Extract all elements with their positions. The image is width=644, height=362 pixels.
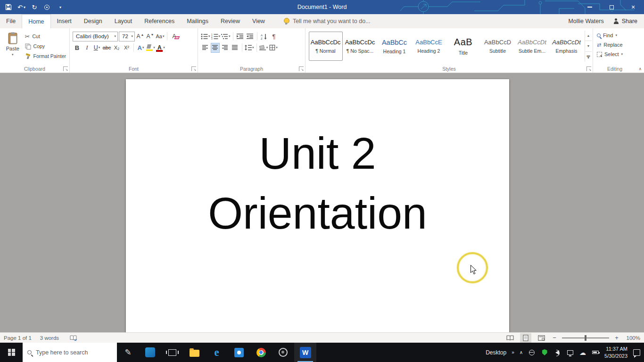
- taskbar-snip-pen-app[interactable]: ✎: [117, 343, 139, 362]
- tab-view[interactable]: View: [246, 14, 271, 28]
- maximize-button[interactable]: [601, 0, 622, 14]
- tab-layout[interactable]: Layout: [108, 14, 139, 28]
- read-mode-button[interactable]: [504, 333, 516, 343]
- desktop-toolbar-label[interactable]: Desktop: [486, 349, 506, 356]
- tab-design[interactable]: Design: [78, 14, 108, 28]
- signed-in-user[interactable]: Mollie Waters: [568, 18, 603, 25]
- underline-button[interactable]: U▾: [92, 43, 101, 53]
- zoom-level[interactable]: 100%: [624, 335, 640, 341]
- word-count[interactable]: 3 words: [40, 335, 59, 341]
- font-color-button[interactable]: A▾: [156, 43, 165, 53]
- bold-button[interactable]: B: [73, 43, 82, 53]
- zoom-in-button[interactable]: +: [613, 334, 620, 341]
- tab-review[interactable]: Review: [215, 14, 246, 28]
- style-no-spacing[interactable]: AaBbCcDc ¶ No Spac...: [343, 32, 377, 61]
- style-normal[interactable]: AaBbCcDc ¶ Normal: [309, 32, 343, 61]
- taskbar-chrome[interactable]: [250, 343, 272, 362]
- close-button[interactable]: ×: [622, 0, 644, 14]
- customize-quick-access-icon[interactable]: ▾: [56, 2, 64, 12]
- align-right-button[interactable]: [221, 43, 230, 53]
- taskbar-edge[interactable]: e: [206, 343, 228, 362]
- shrink-font-button[interactable]: A▼: [146, 32, 155, 41]
- shading-button[interactable]: ▾: [259, 43, 268, 53]
- share-button[interactable]: Share: [613, 18, 637, 25]
- style-heading-1[interactable]: AaBbCc Heading 1: [378, 32, 412, 61]
- tab-insert[interactable]: Insert: [51, 14, 78, 28]
- taskbar-file-explorer[interactable]: [183, 343, 206, 362]
- collapse-ribbon-icon[interactable]: ∧: [638, 66, 642, 71]
- onedrive-cloud-icon[interactable]: ☁: [579, 349, 586, 356]
- bullets-button[interactable]: ▾: [201, 32, 210, 41]
- change-case-button[interactable]: Aa▾: [156, 32, 165, 41]
- network-globe-icon[interactable]: [528, 349, 536, 356]
- save-icon[interactable]: [5, 2, 12, 12]
- find-button[interactable]: Find ▾: [597, 31, 635, 40]
- strikethrough-button[interactable]: abc: [102, 43, 111, 53]
- styles-more-icon[interactable]: ▬▼: [585, 52, 592, 62]
- tab-file[interactable]: File: [0, 14, 22, 28]
- multilevel-list-button[interactable]: ▾: [221, 32, 231, 41]
- web-layout-button[interactable]: [536, 333, 547, 343]
- taskbar-word[interactable]: W: [294, 343, 316, 362]
- copy-button[interactable]: Copy: [24, 41, 67, 51]
- start-button[interactable]: [0, 343, 23, 362]
- volume-icon[interactable]: [553, 349, 561, 356]
- taskbar-media-app[interactable]: [228, 343, 250, 362]
- borders-button[interactable]: ▾: [269, 43, 278, 53]
- tab-home[interactable]: Home: [22, 14, 50, 28]
- numbering-button[interactable]: 123 ▾: [211, 32, 221, 41]
- taskbar-screen-recorder[interactable]: [272, 343, 294, 362]
- decrease-indent-button[interactable]: [236, 32, 245, 41]
- style-emphasis[interactable]: AaBbCcDt Emphasis: [550, 32, 584, 61]
- style-title[interactable]: AaB Title: [446, 32, 480, 61]
- document-canvas[interactable]: Unit 2 Orientation: [0, 73, 644, 332]
- style-heading-2[interactable]: AaBbCcE Heading 2: [412, 32, 446, 61]
- tab-mailings[interactable]: Mailings: [181, 14, 215, 28]
- page-indicator[interactable]: Page 1 of 1: [4, 335, 32, 341]
- cut-button[interactable]: ✂ Cut: [24, 32, 67, 41]
- font-size-combobox[interactable]: 72 ▾: [119, 32, 135, 41]
- subscript-button[interactable]: X₂: [112, 43, 121, 53]
- format-painter-button[interactable]: Format Painter: [24, 51, 67, 61]
- justify-button[interactable]: [231, 43, 239, 53]
- taskbar-search-box[interactable]: [23, 343, 117, 362]
- line-spacing-button[interactable]: ▾: [245, 43, 254, 53]
- replace-button[interactable]: ⇄ Replace: [597, 40, 635, 49]
- styles-scroll-down-icon[interactable]: ▼: [585, 41, 592, 51]
- document-line-2[interactable]: Orientation: [126, 183, 509, 243]
- tell-me-box[interactable]: Tell me what you want to do...: [283, 14, 371, 28]
- italic-button[interactable]: I: [83, 43, 91, 53]
- tab-references[interactable]: References: [138, 14, 181, 28]
- undo-icon[interactable]: ↶▾: [17, 2, 25, 12]
- minimize-button[interactable]: [579, 0, 601, 14]
- align-left-button[interactable]: [201, 43, 210, 53]
- style-subtle-emphasis[interactable]: AaBbCcDt Subtle Em...: [515, 32, 549, 61]
- security-shield-icon[interactable]: [541, 349, 548, 356]
- sort-button[interactable]: AZ: [260, 32, 269, 41]
- font-family-combobox[interactable]: Calibri (Body) ▾: [73, 32, 118, 41]
- text-effects-button[interactable]: A▾: [136, 43, 145, 53]
- align-center-button[interactable]: [211, 43, 220, 53]
- battery-icon[interactable]: [592, 349, 599, 356]
- zoom-slider-thumb[interactable]: [585, 335, 586, 341]
- show-formatting-marks-button[interactable]: ¶: [270, 32, 279, 41]
- zoom-slider[interactable]: [562, 337, 609, 338]
- proofing-errors-button[interactable]: [67, 333, 79, 343]
- document-page[interactable]: Unit 2 Orientation: [126, 79, 509, 332]
- paste-button[interactable]: Paste ▾: [3, 31, 23, 65]
- redo-icon[interactable]: ↻: [31, 2, 38, 12]
- taskbar-blue-app[interactable]: [139, 343, 161, 362]
- grow-font-button[interactable]: A▲: [136, 32, 145, 41]
- document-text[interactable]: Unit 2 Orientation: [126, 79, 509, 243]
- text-highlight-button[interactable]: ▾: [146, 43, 155, 53]
- desktop-toolbar-expand-icon[interactable]: »: [512, 350, 514, 355]
- display-network-icon[interactable]: [566, 349, 574, 356]
- document-line-1[interactable]: Unit 2: [126, 123, 509, 183]
- style-subtitle[interactable]: AaBbCcD Subtitle: [481, 32, 515, 61]
- clear-formatting-button[interactable]: A: [170, 32, 179, 41]
- action-center-icon[interactable]: [633, 349, 640, 356]
- zoom-out-button[interactable]: −: [551, 334, 558, 341]
- show-hidden-icons-chevron[interactable]: ∧: [520, 350, 523, 355]
- select-button[interactable]: Select ▾: [597, 49, 635, 59]
- print-layout-button[interactable]: [520, 333, 531, 343]
